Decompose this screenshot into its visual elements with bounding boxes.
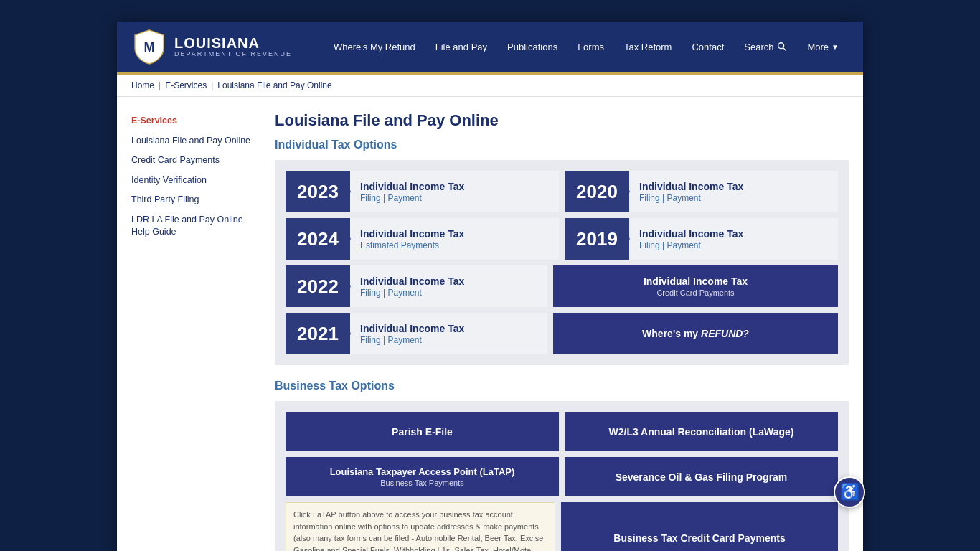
individual-section-title: Individual Tax Options xyxy=(275,138,849,151)
year-2023-tax-name: Individual Income Tax xyxy=(360,181,549,192)
year-2019-tax-name: Individual Income Tax xyxy=(639,228,828,240)
nav-wheres-refund[interactable]: Where's My Refund xyxy=(324,22,425,72)
year-2021-label: 2021 xyxy=(297,323,339,345)
business-section-title: Business Tax Options xyxy=(275,380,849,392)
tile-2020[interactable]: 2020 Individual Income Tax Filing | Paym… xyxy=(565,171,838,212)
content-area: Louisiana File and Pay Online Individual… xyxy=(275,111,849,551)
year-2024-label: 2024 xyxy=(297,228,339,250)
tile-w2-l3[interactable]: W2/L3 Annual Reconciliation (LaWage) xyxy=(565,412,838,451)
year-2024-links: Estimated Payments xyxy=(360,240,439,250)
tile-severance[interactable]: Severance Oil & Gas Filing Program xyxy=(565,457,838,496)
individual-row-1: 2023 Individual Income Tax Filing | Paym… xyxy=(286,171,838,212)
year-2021-links: Filing | Payment xyxy=(360,335,422,345)
svg-text:M: M xyxy=(143,40,154,55)
breadcrumb-home[interactable]: Home xyxy=(131,80,154,90)
tile-2021[interactable]: 2021 Individual Income Tax Filing | Paym… xyxy=(286,313,547,354)
year-2020-tax-name: Individual Income Tax xyxy=(639,181,828,192)
parish-tile-title: Parish E-File xyxy=(392,426,453,438)
accessibility-button[interactable]: ♿ xyxy=(834,476,865,508)
latap-description: Click LaTAP button above to access your … xyxy=(286,502,555,551)
year-2019-links: Filing | Payment xyxy=(639,240,701,250)
breadcrumb-eservices[interactable]: E-Services xyxy=(165,80,207,90)
search-label: Search xyxy=(744,42,773,52)
search-icon xyxy=(777,42,787,52)
search-button[interactable]: Search xyxy=(734,22,797,72)
year-2023-label: 2023 xyxy=(297,181,339,203)
business-row-1: Parish E-File W2/L3 Annual Reconciliatio… xyxy=(286,412,838,451)
business-tiles-grid: Parish E-File W2/L3 Annual Reconciliatio… xyxy=(275,401,849,551)
nav-publications[interactable]: Publications xyxy=(497,22,567,72)
year-2024-tax-name: Individual Income Tax xyxy=(360,228,549,240)
year-2019-label: 2019 xyxy=(576,228,618,250)
tile-2023[interactable]: 2023 Individual Income Tax Filing | Paym… xyxy=(286,171,559,212)
nav-links: Where's My Refund File and Pay Publicati… xyxy=(324,22,849,72)
biz-cc-tile-title: Business Tax Credit Card Payments xyxy=(613,532,785,544)
logo-shield-icon: M xyxy=(131,29,167,65)
more-label: More xyxy=(807,42,829,52)
cc-tile-sub: Credit Card Payments xyxy=(656,288,734,297)
nav-contact[interactable]: Contact xyxy=(682,22,734,72)
individual-row-2: 2024 Individual Income Tax Estimated Pay… xyxy=(286,218,838,260)
site-logo[interactable]: M LOUISIANA DEPARTMENT of REVENUE xyxy=(131,29,292,65)
refund-tile-title: Where's my REFUND? xyxy=(642,328,749,339)
year-2022-tax-name: Individual Income Tax xyxy=(360,276,537,287)
logo-dept: DEPARTMENT of REVENUE xyxy=(174,51,292,58)
year-2020-links: Filing | Payment xyxy=(639,193,701,203)
navbar: M LOUISIANA DEPARTMENT of REVENUE Where'… xyxy=(117,22,863,72)
main-content: E-Services Louisiana File and Pay Online… xyxy=(117,97,863,551)
year-2023-links: Filing | Payment xyxy=(360,193,422,203)
cc-tile-title: Individual Income Tax xyxy=(644,276,748,287)
breadcrumb: Home | E-Services | Louisiana File and P… xyxy=(117,75,863,97)
year-2022-label: 2022 xyxy=(297,276,339,298)
tile-parish-efile[interactable]: Parish E-File xyxy=(286,412,559,451)
latap-tile-sub: Business Tax Payments xyxy=(380,479,464,487)
tile-latap[interactable]: Louisiana Taxpayer Access Point (LaTAP) … xyxy=(286,457,559,496)
tile-wheres-refund[interactable]: Where's my REFUND? xyxy=(553,313,838,354)
svg-line-2 xyxy=(783,48,786,51)
year-2022-links: Filing | Payment xyxy=(360,288,422,298)
individual-tiles-grid: 2023 Individual Income Tax Filing | Paym… xyxy=(275,160,849,365)
more-button[interactable]: More ▼ xyxy=(797,22,849,72)
sidebar-item-credit-card[interactable]: Credit Card Payments xyxy=(131,151,260,171)
page-title: Louisiana File and Pay Online xyxy=(275,111,849,130)
tile-credit-card-payments[interactable]: Individual Income Tax Credit Card Paymen… xyxy=(553,265,838,307)
breadcrumb-sep-2: | xyxy=(211,80,213,90)
nav-file-and-pay[interactable]: File and Pay xyxy=(425,22,497,72)
w2-tile-title: W2/L3 Annual Reconciliation (LaWage) xyxy=(609,426,794,438)
svg-point-1 xyxy=(778,43,784,49)
tile-biz-credit-card[interactable]: Business Tax Credit Card Payments xyxy=(561,502,838,551)
individual-row-3: 2022 Individual Income Tax Filing | Paym… xyxy=(286,265,838,307)
nav-tax-reform[interactable]: Tax Reform xyxy=(614,22,682,72)
sidebar-item-third-party[interactable]: Third Party Filing xyxy=(131,190,260,210)
tile-2022[interactable]: 2022 Individual Income Tax Filing | Paym… xyxy=(286,265,547,307)
tile-2019[interactable]: 2019 Individual Income Tax Filing | Paym… xyxy=(565,218,838,260)
latap-tile-title: Louisiana Taxpayer Access Point (LaTAP) xyxy=(330,466,515,477)
business-row-2: Louisiana Taxpayer Access Point (LaTAP) … xyxy=(286,457,838,496)
sidebar-item-la-file-pay[interactable]: Louisiana File and Pay Online xyxy=(131,131,260,151)
business-row-3: Click LaTAP button above to access your … xyxy=(286,502,838,551)
sidebar-item-ldr-help[interactable]: LDR LA File and Pay Online Help Guide xyxy=(131,210,260,242)
year-2021-tax-name: Individual Income Tax xyxy=(360,323,537,334)
sidebar: E-Services Louisiana File and Pay Online… xyxy=(131,111,260,551)
year-2020-label: 2020 xyxy=(576,181,618,203)
breadcrumb-current: Louisiana File and Pay Online xyxy=(217,80,331,90)
sidebar-item-identity-verify[interactable]: Identity Verification xyxy=(131,171,260,191)
chevron-down-icon: ▼ xyxy=(831,43,839,51)
individual-row-4: 2021 Individual Income Tax Filing | Paym… xyxy=(286,313,838,354)
tile-2024[interactable]: 2024 Individual Income Tax Estimated Pay… xyxy=(286,218,559,260)
severance-tile-title: Severance Oil & Gas Filing Program xyxy=(616,471,788,483)
breadcrumb-sep-1: | xyxy=(159,80,161,90)
sidebar-item-e-services[interactable]: E-Services xyxy=(131,111,260,131)
logo-name: LOUISIANA xyxy=(174,35,292,51)
nav-forms[interactable]: Forms xyxy=(567,22,614,72)
